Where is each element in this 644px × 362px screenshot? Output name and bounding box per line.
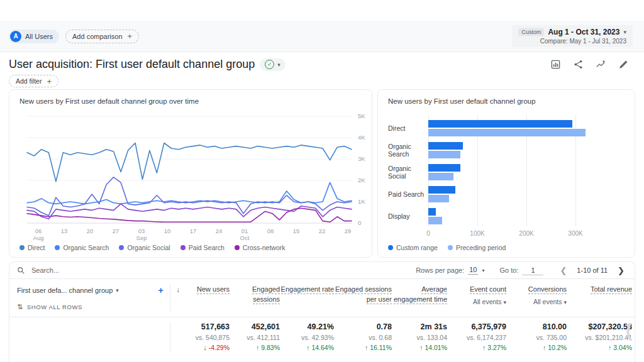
y-axis-tick: 0 (358, 219, 361, 226)
x-axis-tick: 17 (190, 228, 197, 234)
totals-value: 452,601 (230, 322, 280, 331)
bar-custom-range (428, 208, 436, 216)
bar-x-axis-tick: 100K (470, 230, 484, 237)
totals-spacer (170, 322, 186, 351)
totals-value: 0.78 (334, 322, 392, 331)
column-header-engaged-sessions-per-user[interactable]: Engaged sessions per user (334, 285, 392, 311)
bar-row: Display (388, 208, 625, 224)
rows-per-page-select[interactable]: 10 (468, 266, 478, 275)
data-table-card: Rows per page: 10 ▾ Go to: ❮ 1-10 of 11 … (9, 261, 635, 362)
search-input[interactable] (30, 266, 171, 275)
legend-dot-icon (55, 245, 60, 250)
column-header-label[interactable]: Average engagement time (394, 285, 447, 304)
legend-item: Preceding period (448, 244, 506, 251)
all-users-chip[interactable]: A All Users (9, 30, 59, 43)
previous-page-chevron-icon[interactable]: ❮ (557, 266, 569, 275)
chevron-down-icon[interactable]: ▾ (482, 268, 484, 273)
legend-label: Organic Social (127, 244, 170, 251)
column-filter-dropdown[interactable]: All events ▾ (506, 297, 567, 307)
legend-label: Organic Search (63, 244, 109, 251)
column-header-label[interactable]: Engaged sessions (252, 285, 280, 304)
totals-cell: 2m 31svs. 133.04↑ 14.01% (392, 322, 447, 351)
column-header-conversions[interactable]: ConversionsAll events ▾ (506, 285, 567, 311)
share-icon[interactable] (572, 59, 584, 70)
dimension-dropdown[interactable]: First user defa... channel group (17, 287, 113, 294)
edit-icon[interactable] (618, 59, 629, 70)
chevron-down-icon[interactable]: ▾ (116, 287, 119, 293)
bar-category-label: Organic Search (388, 143, 428, 158)
totals-cell: 452,601vs. 412,111↑ 9.83% (230, 322, 280, 351)
totals-cell: 6,375,979vs. 6,174,237↑ 3.27% (447, 322, 506, 351)
check-circle-icon: ✓ (265, 60, 274, 69)
column-header-label[interactable]: Engagement rate (281, 285, 334, 294)
bar-pair (428, 142, 625, 158)
sort-descending-icon[interactable]: ↓ (170, 285, 186, 311)
totals-delta: ↓ -4.29% (186, 344, 230, 351)
totals-value: $207,320.58 (567, 322, 632, 331)
next-page-chevron-icon[interactable]: ❯ (615, 266, 627, 275)
totals-vs-value: vs. 540,875 (186, 334, 230, 341)
bar-chart-legend: Custom rangePreceding period (388, 244, 506, 251)
column-header-total-revenue[interactable]: Total revenue (567, 285, 632, 311)
date-compare-value: Compare: May 1 - Jul 31, 2023 (518, 38, 626, 45)
date-range-selector[interactable]: Custom Aug 1 - Oct 31, 2023 ▾ Compare: M… (512, 25, 633, 47)
bar-pair (428, 120, 625, 136)
add-filter-button[interactable]: Add filter + (9, 75, 58, 87)
totals-dimension-cell (12, 322, 170, 351)
column-header-label[interactable]: Total revenue (591, 285, 632, 294)
pagination-count: 1-10 of 11 (577, 266, 608, 274)
rows-per-page-label: Rows per page: (416, 266, 464, 274)
x-axis-tick: 27 (113, 228, 119, 234)
bar-category-label: Organic Social (388, 165, 428, 180)
bar-category-label: Display (388, 212, 428, 220)
bar-category-label: Paid Search (388, 190, 428, 198)
legend-label: Preceding period (456, 244, 506, 251)
legend-dot-icon (448, 245, 453, 250)
column-filter-dropdown[interactable]: All events ▾ (447, 297, 506, 307)
add-comparison-button[interactable]: Add comparison + (65, 30, 139, 43)
column-header-event-count[interactable]: Event countAll events ▾ (447, 285, 506, 311)
x-axis-tick-month: Aug (33, 234, 44, 241)
column-header-engagement-rate[interactable]: Engagement rate (280, 285, 334, 311)
line-chart: 5K4K3K2K1K006Aug13202703Sep10172401Oct08… (18, 111, 368, 244)
report-status-chip[interactable]: ✓ ▾ (260, 58, 286, 71)
column-header-new-users[interactable]: New users (186, 285, 230, 311)
column-header-label[interactable]: Event count (470, 285, 506, 294)
bar-preceding-period (428, 151, 460, 158)
column-header-engaged-sessions[interactable]: Engaged sessions (230, 285, 280, 311)
chevron-down-icon: ▾ (277, 62, 280, 68)
x-axis-tick: 08 (267, 228, 274, 234)
add-filter-label: Add filter (16, 77, 42, 85)
go-to-page-input[interactable] (522, 266, 543, 275)
totals-delta: ↑ 9.83% (230, 344, 280, 351)
table-scroll-hint-icon[interactable]: ( (626, 320, 632, 341)
x-axis-tick: 13 (61, 228, 68, 234)
totals-vs-value: vs. 133.04 (392, 334, 447, 341)
totals-value: 810.00 (506, 322, 567, 331)
bar-preceding-period (428, 217, 442, 224)
legend-item: Paid Search (180, 244, 225, 251)
date-custom-badge: Custom (518, 28, 544, 36)
column-header-label[interactable]: New users (197, 285, 230, 294)
totals-vs-value: vs. 412,111 (230, 334, 280, 341)
bar-x-axis-tick: 300K (568, 230, 582, 237)
customize-report-icon[interactable] (550, 59, 561, 70)
bar-custom-range (428, 186, 455, 194)
totals-vs-value: vs. 6,174,237 (447, 334, 506, 341)
line-chart-card: New users by First user default channel … (9, 89, 372, 258)
legend-dot-icon (119, 245, 124, 250)
add-dimension-button[interactable]: + (158, 285, 164, 295)
bar-chart-x-axis: 0100K200K300K (428, 230, 625, 239)
insights-icon[interactable] (595, 59, 606, 70)
totals-value: 49.21% (280, 322, 334, 331)
column-header-label[interactable]: Conversions (528, 285, 567, 294)
comparison-bar: A All Users Add comparison + Custom Aug … (0, 21, 644, 52)
totals-value: 517,663 (186, 322, 230, 331)
column-header-average-engagement-time[interactable]: Average engagement time (392, 285, 447, 311)
totals-vs-value: vs. 735.00 (506, 334, 567, 341)
x-axis-tick: 29 (345, 228, 352, 234)
legend-item: Custom range (388, 244, 438, 251)
show-all-rows-button[interactable]: ⇅ SHOW ALL ROWS (17, 303, 164, 311)
column-header-label[interactable]: Engaged sessions per user (335, 285, 392, 304)
totals-cell: 0.78vs. 0.68↑ 16.11% (334, 322, 392, 351)
